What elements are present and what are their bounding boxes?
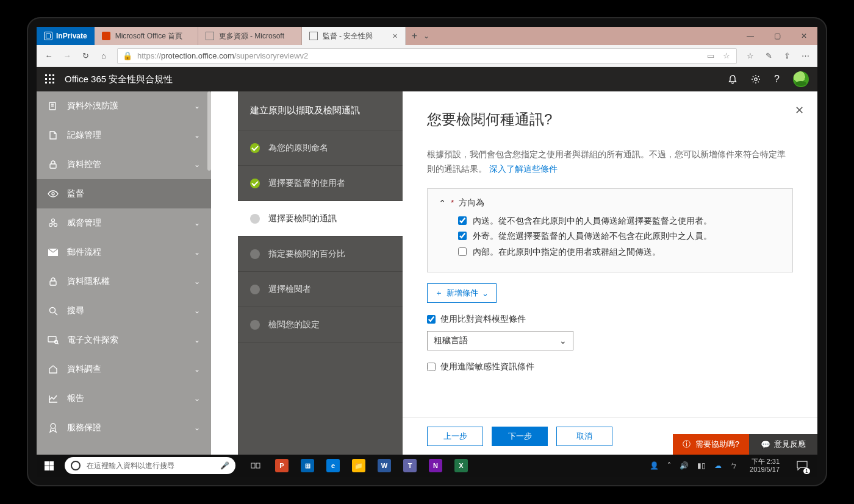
checkbox-use-model[interactable] [427, 315, 436, 324]
direction-outbound-row[interactable]: 外寄。從您選擇要監督的人員傳送給不包含在此原則中之人員。 [458, 230, 781, 243]
checkbox-label: 外寄。從您選擇要監督的人員傳送給不包含在此原則中之人員。 [473, 230, 712, 243]
nav-item-data-governance[interactable]: 資料控管 ⌄ [37, 150, 211, 179]
nav-item-ediscovery[interactable]: 電子文件探索 ⌄ [37, 325, 211, 355]
feedback-button[interactable]: 💬 意見反應 [749, 434, 817, 455]
checkbox-internal[interactable] [458, 247, 467, 256]
step-todo-icon [250, 285, 260, 294]
ime-icon[interactable]: ㄅ [730, 461, 737, 471]
taskbar-app-onenote[interactable]: N [423, 455, 448, 477]
checkbox-outbound[interactable] [458, 232, 467, 240]
learn-more-link[interactable]: 深入了解這些條件 [489, 165, 558, 174]
use-model-row[interactable]: 使用比對資料模型條件 [427, 314, 793, 325]
taskbar-app-word[interactable]: W [372, 455, 396, 477]
next-button[interactable]: 下一步 [492, 427, 548, 446]
use-sensitive-row[interactable]: 使用進階敏感性資訊條件 [427, 361, 793, 372]
taskbar-app-explorer[interactable]: 📁 [346, 455, 371, 477]
close-panel-icon[interactable]: ✕ [795, 104, 804, 117]
nav-item-supervision[interactable]: 監督 [37, 179, 211, 208]
wizard-step[interactable]: 為您的原則命名 [238, 130, 403, 166]
volume-icon[interactable]: 🔊 [680, 461, 689, 470]
close-tab-icon[interactable]: × [393, 31, 398, 41]
start-button[interactable] [37, 461, 61, 470]
settings-icon[interactable] [751, 74, 761, 84]
collapse-icon[interactable]: ⌄ [439, 198, 446, 208]
microphone-icon[interactable]: 🎤 [220, 461, 229, 470]
close-window-button[interactable]: ✕ [791, 27, 817, 45]
task-view-button[interactable] [244, 455, 268, 477]
nav-item-mailflow[interactable]: 郵件流程 ⌄ [37, 238, 211, 267]
nav-item-reports[interactable]: 報告 ⌄ [37, 384, 211, 413]
notification-count: 1 [803, 468, 810, 474]
chevron-down-icon: ⌄ [194, 394, 200, 403]
more-icon[interactable]: ⋯ [800, 51, 810, 61]
nav-item-search[interactable]: 搜尋 ⌄ [37, 296, 211, 325]
minimize-button[interactable]: — [737, 27, 764, 45]
step-label: 選擇要監督的使用者 [268, 178, 345, 189]
taskbar-search[interactable]: 在這裡輸入資料以進行搜尋 🎤 [65, 457, 235, 474]
chevron-down-icon: ⌄ [194, 336, 200, 344]
cortana-icon [71, 461, 81, 470]
nav-item-dlp[interactable]: 資料外洩防護 ⌄ [37, 91, 211, 121]
taskbar-app-powerpoint[interactable]: P [270, 455, 294, 477]
need-help-button[interactable]: ⓘ 需要協助嗎? [673, 434, 749, 455]
wizard-step-current[interactable]: 選擇要檢閱的通訊 [238, 201, 403, 236]
direction-inbound-row[interactable]: 內送。從不包含在此原則中的人員傳送給選擇要監督之使用者。 [458, 215, 781, 228]
checkbox-inbound[interactable] [458, 216, 467, 225]
forward-icon[interactable]: → [62, 51, 72, 61]
model-dropdown[interactable]: 粗穢言語 ⌄ [427, 331, 573, 350]
help-icon[interactable]: ? [774, 74, 780, 85]
home-icon[interactable]: ⌂ [99, 51, 109, 61]
svg-point-5 [52, 219, 55, 222]
taskbar-app-teams[interactable]: T [398, 455, 422, 477]
nav-item-records[interactable]: 記錄管理 ⌄ [37, 121, 211, 150]
wizard-step[interactable]: 選擇檢閱者 [238, 272, 403, 307]
direction-internal-row[interactable]: 內部。在此原則中指定的使用者或群組之間傳送。 [458, 246, 781, 259]
url-input[interactable]: 🔒 https://protection.office.com/supervis… [117, 48, 737, 64]
step-label: 為您的原則命名 [268, 143, 328, 154]
taskbar-app-edge[interactable]: e [321, 455, 345, 477]
app-launcher-icon[interactable] [45, 74, 55, 84]
browser-tab[interactable]: Microsoft Office 首頁 [95, 27, 198, 45]
refresh-icon[interactable]: ↻ [81, 51, 90, 61]
taskbar-app-excel[interactable]: X [449, 455, 473, 477]
taskbar-clock[interactable]: 下午 2:31 2019/5/17 [746, 458, 783, 473]
onedrive-icon[interactable]: ☁ [714, 461, 722, 470]
people-icon[interactable]: 👤 [650, 461, 659, 470]
browser-tab-active[interactable]: 監督 - 安全性與 × [302, 27, 406, 45]
nav-item-investigation[interactable]: 資料調查 ⌄ [37, 355, 211, 384]
nav-item-threat[interactable]: 威脅管理 ⌄ [37, 208, 211, 238]
favorite-icon[interactable]: ☆ [722, 51, 731, 61]
taskbar-app-remote[interactable]: ⊞ [295, 455, 320, 477]
action-center-button[interactable]: 1 [792, 455, 813, 477]
nav-item-assurance[interactable]: 服務保證 ⌄ [37, 413, 211, 442]
maximize-button[interactable]: ▢ [764, 27, 791, 45]
battery-icon[interactable]: ▮▯ [697, 461, 706, 470]
favorites-hub-icon[interactable]: ☆ [745, 51, 755, 61]
user-avatar[interactable] [793, 71, 809, 87]
browser-tab[interactable]: 更多資源 - Microsoft [198, 27, 302, 45]
checkbox-use-sensitive[interactable] [427, 363, 436, 371]
back-icon[interactable]: ← [44, 51, 54, 61]
windows-icon [45, 461, 54, 470]
wizard-step[interactable]: 指定要檢閱的百分比 [238, 236, 403, 272]
new-tab-button[interactable]: + [412, 30, 417, 41]
wizard-step[interactable]: 檢閱您的設定 [238, 307, 403, 343]
checkbox-label: 內送。從不包含在此原則中的人員傳送給選擇要監督之使用者。 [473, 215, 712, 228]
lock-icon [48, 276, 59, 287]
add-condition-button[interactable]: ＋ 新增條件 ⌄ [427, 283, 497, 303]
prev-button[interactable]: 上一步 [427, 427, 483, 446]
tabs-dropdown-icon[interactable]: ⌄ [423, 32, 429, 40]
suite-header: Office 365 安全性與合規性 ? [37, 67, 817, 91]
notes-icon[interactable]: ✎ [764, 51, 773, 61]
nav-label: 資料調查 [67, 364, 101, 375]
nav-item-privacy[interactable]: 資料隱私權 ⌄ [37, 267, 211, 296]
wizard-step[interactable]: 選擇要監督的使用者 [238, 166, 403, 201]
svg-point-3 [52, 193, 54, 195]
share-icon[interactable]: ⇪ [782, 51, 792, 61]
cancel-button[interactable]: 取消 [556, 427, 612, 446]
inprivate-indicator: InPrivate [37, 27, 95, 45]
dropdown-value: 粗穢言語 [434, 335, 468, 346]
notifications-icon[interactable] [728, 74, 737, 84]
reading-view-icon[interactable]: ▭ [706, 51, 716, 61]
tray-chevron-up-icon[interactable]: ˄ [667, 461, 671, 470]
